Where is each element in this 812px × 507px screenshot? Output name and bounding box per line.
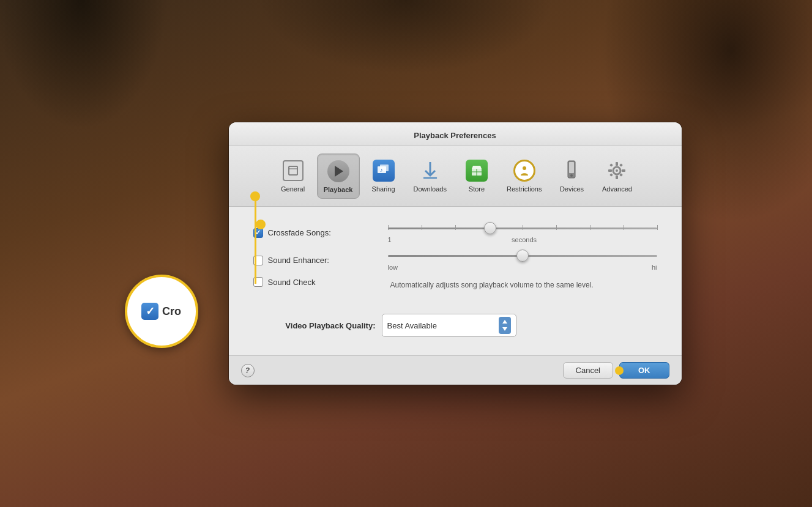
- annotation-line-v: [255, 198, 256, 284]
- sound-enhancer-slider-track[interactable]: [388, 250, 657, 262]
- tab-store-label: Store: [469, 185, 485, 193]
- svg-rect-18: [610, 163, 614, 167]
- crossfade-annotation-dot: [256, 220, 266, 229]
- sound-enhancer-line: [388, 255, 657, 257]
- sound-enhancer-high-label: hi: [652, 264, 657, 271]
- sound-check-row: Sound Check Automatically adjusts song p…: [253, 277, 657, 302]
- tab-sharing[interactable]: ♪ Sharing: [362, 154, 405, 199]
- tab-store[interactable]: Store: [455, 154, 498, 199]
- sound-enhancer-name: Sound Enhancer:: [268, 256, 329, 265]
- zoom-checkbox-icon: ✓: [141, 303, 158, 320]
- svg-rect-17: [622, 169, 625, 172]
- tab-playback[interactable]: Playback: [317, 154, 360, 199]
- tab-restrictions[interactable]: Restrictions: [501, 154, 548, 199]
- content-area: Crossfade Songs:: [229, 207, 682, 355]
- play-triangle: [335, 166, 343, 177]
- devices-icon: [559, 158, 584, 183]
- dialog-title: Playback Preferences: [414, 131, 496, 140]
- svg-point-8: [523, 166, 526, 170]
- tick-0: [388, 225, 389, 230]
- video-quality-select[interactable]: Best Available: [382, 314, 516, 337]
- crossfade-slider-line: [388, 228, 657, 229]
- tab-general-label: General: [281, 185, 305, 193]
- sound-check-name: Sound Check: [268, 278, 316, 287]
- sound-enhancer-label: Sound Enhancer:: [253, 256, 376, 265]
- video-quality-value: Best Available: [387, 321, 437, 330]
- store-icon: [464, 158, 489, 183]
- tab-restrictions-label: Restrictions: [507, 185, 542, 193]
- cancel-button[interactable]: Cancel: [563, 362, 613, 379]
- tab-downloads[interactable]: Downloads: [408, 154, 453, 199]
- dialog-footer: ? Cancel OK: [229, 355, 682, 385]
- downloads-icon: [418, 158, 442, 183]
- tab-devices-label: Devices: [560, 185, 584, 193]
- sound-enhancer-thumb[interactable]: [516, 250, 529, 262]
- tab-general[interactable]: General: [272, 154, 315, 199]
- toolbar: General Playback ♪: [229, 146, 682, 207]
- ok-button[interactable]: OK: [619, 362, 669, 379]
- tab-downloads-label: Downloads: [414, 185, 447, 193]
- tab-sharing-label: Sharing: [372, 185, 395, 193]
- svg-rect-14: [616, 162, 618, 166]
- crossfade-slider-container: 1 seconds: [388, 222, 657, 243]
- svg-rect-10: [569, 162, 574, 173]
- help-button[interactable]: ?: [241, 364, 255, 377]
- crossfade-thumb[interactable]: [484, 222, 496, 234]
- tick-1: [422, 225, 422, 230]
- zoom-cro-text: Cro: [162, 305, 181, 318]
- svg-text:♪: ♪: [380, 167, 383, 173]
- sound-enhancer-low-label: low: [388, 264, 398, 271]
- sound-enhancer-slider-container: low hi: [388, 250, 657, 271]
- tab-playback-label: Playback: [324, 186, 353, 193]
- crossfade-seconds-label: seconds: [512, 236, 537, 243]
- footer-buttons: Cancel OK: [563, 362, 669, 379]
- tab-advanced-label: Advanced: [602, 185, 632, 193]
- tick-5: [556, 225, 557, 230]
- svg-rect-21: [620, 163, 624, 167]
- svg-rect-22: [499, 317, 511, 334]
- svg-point-13: [616, 169, 618, 172]
- tick-4: [523, 225, 523, 230]
- tick-8: [657, 225, 658, 230]
- sharing-icon: ♪: [371, 158, 396, 183]
- preferences-dialog: Playback Preferences General: [229, 122, 682, 385]
- video-quality-row: Video Playback Quality: Best Available: [253, 314, 657, 337]
- sound-check-description: Automatically adjusts song playback volu…: [390, 281, 594, 289]
- crossfade-slider-track[interactable]: [388, 222, 657, 234]
- svg-rect-15: [616, 176, 618, 179]
- video-quality-stepper-icon[interactable]: [499, 317, 511, 334]
- svg-point-11: [570, 174, 573, 177]
- advanced-icon: [605, 158, 629, 183]
- tick-6: [590, 225, 590, 230]
- ok-annotation-dot: [615, 366, 624, 375]
- playback-icon: [326, 159, 351, 183]
- crossfade-name: Crossfade Songs:: [268, 228, 331, 237]
- tab-devices[interactable]: Devices: [550, 154, 593, 199]
- sound-enhancer-row: Sound Enhancer: low hi: [253, 250, 657, 271]
- tick-2: [455, 225, 456, 230]
- checkbox-zoom-annotation: ✓ Cro: [125, 275, 198, 348]
- svg-rect-16: [608, 169, 612, 172]
- dialog-title-bar: Playback Preferences: [229, 122, 682, 146]
- crossfade-min-label: 1: [388, 236, 392, 243]
- crossfade-row: Crossfade Songs:: [253, 222, 657, 243]
- restrictions-icon: [512, 158, 537, 183]
- svg-rect-0: [289, 166, 297, 175]
- video-quality-label: Video Playback Quality:: [253, 321, 376, 330]
- crossfade-label: Crossfade Songs:: [253, 228, 376, 238]
- annotation-dot-checkbox: [250, 191, 260, 201]
- general-icon: [281, 158, 305, 183]
- tab-advanced[interactable]: Advanced: [595, 154, 638, 199]
- tick-7: [624, 225, 624, 230]
- svg-rect-20: [610, 173, 614, 177]
